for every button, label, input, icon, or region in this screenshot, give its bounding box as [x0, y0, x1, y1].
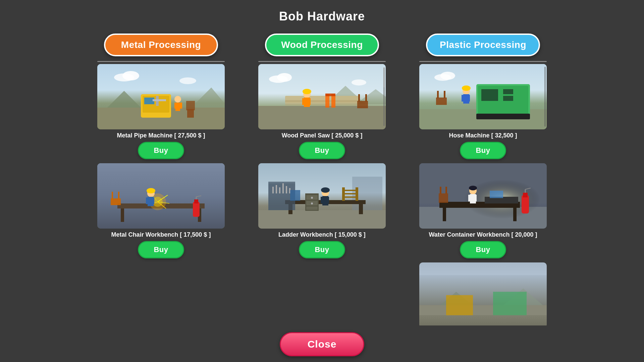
svg-point-123: [469, 186, 477, 190]
item-label: Metal Pipe Machine [ 27,500 $ ]: [117, 132, 205, 139]
svg-rect-111: [436, 98, 447, 105]
svg-point-33: [147, 188, 155, 193]
svg-rect-133: [523, 193, 528, 197]
svg-rect-93: [306, 206, 318, 210]
items-list-plastic: Hose Machine [ 32,500 ]Buy: [413, 64, 553, 325]
items-list-metal: Metal Pipe Machine [ 27,500 $ ]Buy: [91, 64, 231, 262]
svg-rect-75: [279, 187, 280, 193]
svg-rect-127: [439, 193, 448, 203]
svg-rect-125: [468, 195, 471, 201]
item-image-wood-panel-saw: [258, 64, 386, 129]
svg-rect-35: [146, 197, 148, 204]
svg-rect-59: [308, 98, 311, 105]
svg-rect-71: [359, 204, 363, 214]
svg-point-81: [321, 187, 330, 193]
column-metal: Metal Processing: [91, 34, 231, 325]
scroll-indicator: [97, 61, 225, 62]
item-card: [413, 262, 553, 325]
svg-rect-16: [187, 109, 194, 118]
svg-point-98: [440, 72, 455, 80]
svg-rect-102: [481, 89, 498, 101]
item-image-hose-machine: [419, 64, 547, 129]
svg-rect-112: [437, 91, 439, 98]
svg-rect-113: [444, 91, 445, 98]
buy-button-hose-machine[interactable]: Buy: [460, 142, 506, 159]
svg-rect-139: [419, 305, 547, 315]
item-card: Ladder Workbench [ 15,000 $ ]Buy: [252, 163, 392, 258]
item-label: Water Container Workbench [ 20,000 ]: [429, 231, 537, 238]
svg-point-3: [179, 77, 196, 84]
svg-rect-88: [343, 193, 357, 194]
column-plastic: Plastic Processing: [413, 34, 553, 325]
item-label: Metal Chair Workbench [ 17,500 $ ]: [111, 231, 211, 238]
svg-rect-17: [186, 101, 195, 110]
svg-rect-38: [194, 199, 198, 203]
close-button[interactable]: Close: [280, 332, 365, 356]
svg-rect-87: [343, 190, 357, 191]
svg-rect-64: [383, 67, 385, 87]
item-image-metal-pipe-machine: [97, 64, 225, 129]
svg-rect-120: [443, 208, 446, 221]
item-image-water-container-workbench: [419, 163, 547, 229]
svg-rect-83: [321, 197, 323, 203]
item-card: Hose Machine [ 32,500 ]Buy: [413, 64, 553, 159]
svg-rect-54: [325, 94, 335, 96]
item-card: Wood Panel Saw [ 25,000 $ ]Buy: [252, 64, 392, 159]
category-btn-metal[interactable]: Metal Processing: [104, 34, 218, 56]
svg-rect-24: [118, 192, 119, 199]
svg-rect-84: [327, 197, 329, 203]
scroll-indicator: [258, 61, 386, 62]
svg-rect-128: [440, 187, 441, 194]
svg-point-44: [352, 79, 366, 85]
columns-container: Metal Processing: [27, 34, 617, 325]
svg-rect-140: [446, 295, 473, 315]
svg-point-2: [122, 71, 139, 80]
svg-point-95: [311, 202, 313, 204]
item-image-partial-item: [419, 262, 547, 325]
svg-rect-68: [258, 210, 386, 229]
svg-rect-126: [474, 195, 477, 201]
svg-rect-37: [193, 202, 200, 217]
svg-point-94: [311, 197, 313, 199]
svg-rect-103: [503, 89, 513, 94]
svg-rect-114: [544, 67, 546, 127]
svg-rect-61: [358, 94, 360, 102]
category-btn-plastic[interactable]: Plastic Processing: [426, 34, 540, 56]
items-list-wood: Wood Panel Saw [ 25,000 $ ]Buy: [252, 64, 392, 262]
svg-rect-110: [468, 95, 470, 102]
svg-rect-62: [365, 94, 367, 102]
svg-point-43: [277, 73, 292, 82]
svg-rect-105: [476, 114, 530, 119]
buy-button-metal-pipe-machine[interactable]: Buy: [138, 142, 184, 159]
svg-rect-22: [111, 198, 121, 205]
item-label: Wood Panel Saw [ 25,000 $ ]: [282, 132, 363, 139]
buy-button-water-container-workbench[interactable]: Buy: [460, 241, 506, 258]
svg-rect-14: [174, 103, 176, 109]
item-label: Hose Machine [ 32,500 ]: [449, 132, 517, 139]
svg-rect-121: [513, 208, 517, 221]
svg-rect-20: [121, 208, 124, 222]
svg-rect-141: [493, 292, 527, 315]
item-label: Ladder Workbench [ 15,000 $ ]: [278, 231, 366, 238]
buy-button-wood-panel-saw[interactable]: Buy: [299, 142, 345, 159]
scroll-indicator: [419, 61, 547, 62]
svg-rect-129: [445, 187, 447, 194]
svg-rect-109: [462, 95, 464, 102]
svg-rect-132: [522, 195, 529, 214]
buy-button-metal-chair-workbench[interactable]: Buy: [138, 241, 184, 258]
item-card: Metal Chair Workbench [ 17,500 $ ]Buy: [91, 163, 231, 258]
svg-rect-15: [180, 103, 182, 109]
svg-point-107: [462, 85, 471, 91]
svg-rect-131: [490, 191, 503, 198]
category-btn-wood[interactable]: Wood Processing: [265, 34, 379, 56]
svg-rect-58: [302, 98, 305, 105]
buy-button-ladder-workbench[interactable]: Buy: [299, 241, 345, 258]
svg-rect-60: [357, 101, 368, 108]
svg-rect-77: [286, 186, 287, 193]
page-title: Bob Hardware: [279, 9, 365, 23]
svg-point-12: [174, 96, 181, 103]
svg-rect-74: [276, 185, 277, 193]
item-image-metal-chair-workbench: [97, 163, 225, 229]
svg-rect-73: [272, 187, 274, 193]
svg-rect-51: [285, 104, 359, 106]
